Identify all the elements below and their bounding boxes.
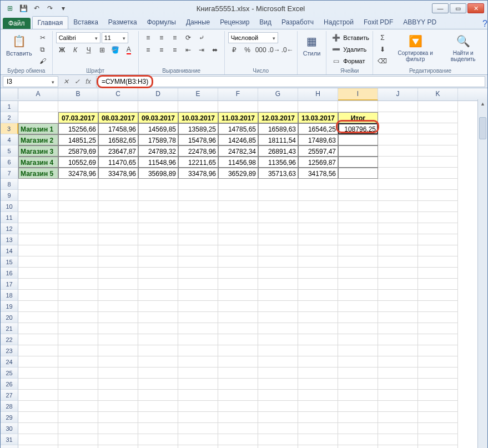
font-size-dropdown[interactable]: 11: [102, 32, 128, 43]
cell[interactable]: [18, 312, 58, 323]
cell[interactable]: [178, 334, 218, 345]
col-header-B[interactable]: B: [58, 88, 98, 100]
cell[interactable]: [418, 345, 458, 356]
cell[interactable]: [98, 179, 138, 190]
row-header[interactable]: 23: [1, 345, 18, 356]
cell[interactable]: [378, 368, 418, 379]
cell[interactable]: [138, 390, 178, 401]
cell[interactable]: [338, 101, 378, 112]
cell[interactable]: [178, 290, 218, 301]
cell[interactable]: [338, 423, 378, 434]
cell[interactable]: [18, 323, 58, 334]
wrap-text-icon[interactable]: ⤶: [195, 32, 208, 43]
row-header[interactable]: 9: [1, 190, 18, 201]
cell[interactable]: [378, 123, 418, 134]
cell[interactable]: 18111,54: [258, 134, 298, 145]
row-header[interactable]: 8: [1, 179, 18, 190]
merge-icon[interactable]: ⬌: [209, 44, 221, 56]
cell[interactable]: [418, 390, 458, 401]
cell[interactable]: [178, 179, 218, 190]
cell[interactable]: [58, 201, 98, 212]
cell[interactable]: [378, 179, 418, 190]
cell[interactable]: [298, 268, 338, 279]
cell[interactable]: [258, 368, 298, 379]
cell[interactable]: [218, 101, 258, 112]
delete-cells-button[interactable]: ➖Удалить: [330, 44, 366, 55]
cell[interactable]: [218, 245, 258, 256]
cell[interactable]: [58, 368, 98, 379]
cell[interactable]: [178, 279, 218, 290]
cell[interactable]: [298, 323, 338, 334]
cell[interactable]: [338, 290, 378, 301]
cell[interactable]: 17489,63: [298, 134, 338, 145]
cell[interactable]: [298, 190, 338, 201]
cell[interactable]: [418, 323, 458, 334]
col-header-C[interactable]: C: [98, 88, 138, 100]
cell[interactable]: [138, 223, 178, 234]
cell[interactable]: [258, 445, 298, 448]
cell[interactable]: 08.03.2017: [98, 112, 138, 123]
dec-decimal-icon[interactable]: .0←: [281, 44, 294, 56]
cell[interactable]: [338, 301, 378, 312]
cell[interactable]: [138, 268, 178, 279]
cell[interactable]: [418, 201, 458, 212]
cell[interactable]: [138, 201, 178, 212]
cell[interactable]: [18, 201, 58, 212]
format-painter-icon[interactable]: 🖌: [37, 56, 49, 67]
cell[interactable]: [58, 179, 98, 190]
cell[interactable]: [418, 290, 458, 301]
cell[interactable]: [218, 268, 258, 279]
border-icon[interactable]: ⊞: [96, 44, 108, 56]
formula-bar[interactable]: =СУММ(B3:H3): [96, 76, 485, 87]
cell[interactable]: [258, 423, 298, 434]
orientation-icon[interactable]: ⟳: [182, 32, 194, 43]
cell[interactable]: [378, 268, 418, 279]
cell[interactable]: 22478,96: [178, 145, 218, 157]
cell[interactable]: [258, 356, 298, 368]
align-bottom-icon[interactable]: ≡: [169, 32, 181, 43]
cell[interactable]: [58, 212, 98, 223]
cell[interactable]: [18, 445, 58, 448]
cell[interactable]: [418, 190, 458, 201]
cell[interactable]: [298, 356, 338, 368]
cell[interactable]: [218, 179, 258, 190]
cell[interactable]: [98, 412, 138, 423]
cell[interactable]: [178, 301, 218, 312]
cell[interactable]: [418, 134, 458, 145]
cell[interactable]: [418, 112, 458, 123]
cell[interactable]: 14246,85: [218, 134, 258, 145]
cell[interactable]: [58, 279, 98, 290]
cell[interactable]: [298, 379, 338, 390]
cell[interactable]: [138, 434, 178, 445]
vertical-scrollbar[interactable]: ▲ ▼: [477, 99, 487, 448]
row-header[interactable]: 4: [1, 134, 18, 145]
cell[interactable]: [378, 312, 418, 323]
underline-icon[interactable]: Ч: [83, 44, 95, 56]
cell[interactable]: [138, 445, 178, 448]
cell[interactable]: [138, 234, 178, 245]
cell[interactable]: [298, 101, 338, 112]
cell[interactable]: [18, 212, 58, 223]
cell[interactable]: [98, 356, 138, 368]
cell[interactable]: [378, 279, 418, 290]
cell[interactable]: [178, 223, 218, 234]
cell[interactable]: [98, 368, 138, 379]
cell[interactable]: [338, 401, 378, 412]
cell[interactable]: [98, 379, 138, 390]
cell[interactable]: 14851,25: [58, 134, 98, 145]
row-header[interactable]: 27: [1, 390, 18, 401]
tab-формулы[interactable]: Формулы: [142, 16, 181, 29]
cell[interactable]: [138, 312, 178, 323]
cell[interactable]: [98, 279, 138, 290]
cell[interactable]: [378, 112, 418, 123]
cell[interactable]: [378, 212, 418, 223]
cell[interactable]: 07.03.2017: [58, 112, 98, 123]
cell[interactable]: 25879,69: [58, 145, 98, 157]
cell[interactable]: 11548,96: [138, 157, 178, 168]
cell[interactable]: 25597,47: [298, 145, 338, 157]
cell[interactable]: [378, 412, 418, 423]
cell[interactable]: [258, 301, 298, 312]
cell[interactable]: [378, 323, 418, 334]
cell[interactable]: [378, 401, 418, 412]
cell[interactable]: [58, 223, 98, 234]
